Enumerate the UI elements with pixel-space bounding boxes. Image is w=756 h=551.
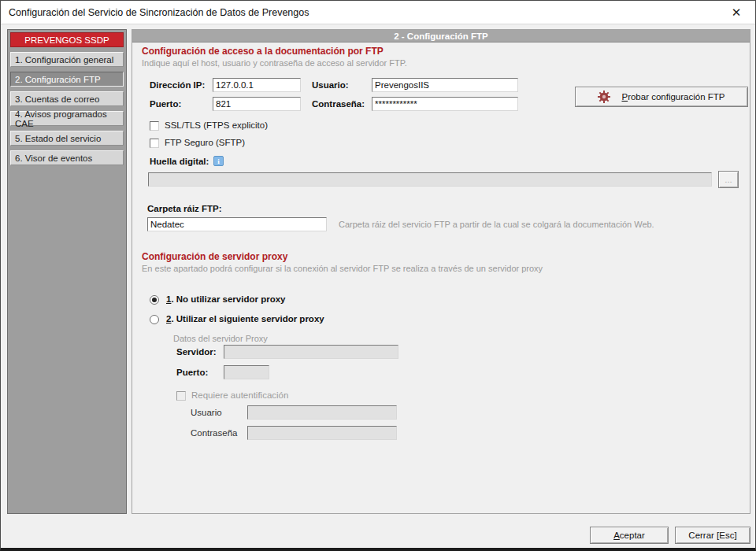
ip-input[interactable]	[213, 78, 301, 92]
main-panel: 2 - Configuración FTP Configuración de a…	[132, 29, 750, 514]
proxy-user-input	[247, 405, 397, 420]
info-icon[interactable]: i	[213, 156, 224, 166]
test-ftp-config-label: Probar configuración FTP	[621, 92, 724, 102]
ftp-section-subtitle: Indique aquí el host, usuario y contrase…	[142, 58, 407, 68]
no-proxy-radio-label: 1. No utilizar servidor proxy	[166, 294, 285, 304]
proxy-port-label: Puerto:	[176, 368, 208, 377]
port-input[interactable]	[213, 97, 301, 111]
fingerprint-input	[148, 172, 712, 187]
brand-header: PREVENGOS SSDP	[10, 32, 124, 47]
sidebar-item-configuracion-general[interactable]: 1. Configuración general	[10, 52, 124, 67]
gear-icon	[598, 91, 610, 103]
close-button[interactable]: Cerrar [Esc]	[675, 527, 750, 544]
dialog-window: Configuración del Servicio de Sincroniza…	[0, 0, 756, 551]
sidebar-item-avisos-programados[interactable]: 4. Avisos programados CAE	[10, 111, 124, 126]
accept-button-label: Aceptar	[613, 531, 645, 540]
proxy-auth-checkbox-label: Requiere autentificación	[191, 390, 288, 400]
root-folder-label: Carpeta ráiz FTP:	[147, 204, 222, 213]
proxy-server-input	[224, 345, 398, 359]
sidebar-item-cuentas-correo[interactable]: 3. Cuentas de correo	[10, 91, 124, 106]
panel-title: 2 - Configuración FTP	[132, 30, 750, 43]
proxy-section-subtitle: En este apartado podrá configurar si la …	[142, 264, 543, 273]
use-proxy-radio-label: 2. Utilizar el siguiente servidor proxy	[166, 314, 324, 324]
password-label: Contraseña:	[312, 99, 365, 109]
sftp-checkbox[interactable]	[150, 139, 159, 148]
proxy-user-label: Usuario	[191, 408, 222, 417]
user-label: Usuario:	[312, 80, 349, 90]
proxy-auth-checkbox	[176, 391, 186, 401]
proxy-port-input	[224, 365, 269, 379]
no-proxy-radio[interactable]	[150, 295, 159, 305]
window-title: Configuración del Servicio de Sincroniza…	[9, 7, 309, 18]
test-ftp-config-button[interactable]: Probar configuración FTP	[575, 87, 748, 107]
user-input[interactable]	[372, 78, 518, 92]
sftp-checkbox-label: FTP Seguro (SFTP)	[165, 138, 245, 147]
title-bar: Configuración del Servicio de Sincroniza…	[1, 1, 755, 24]
port-label: Puerto:	[150, 99, 181, 109]
sidebar-item-estado-servicio[interactable]: 5. Estado del servicio	[10, 131, 124, 146]
proxy-password-input	[247, 426, 397, 440]
proxy-group-label: Datos del servidor Proxy	[173, 334, 268, 343]
proxy-server-label: Servidor:	[176, 347, 217, 357]
ftp-section-title: Configuración de acceso a la documentaci…	[142, 46, 384, 57]
root-folder-hint: Carpeta ráiz del servicio FTP a partir d…	[339, 220, 654, 229]
browse-button: ...	[718, 171, 739, 188]
password-input[interactable]	[372, 97, 518, 111]
sidebar-item-visor-eventos[interactable]: 6. Visor de eventos	[10, 150, 124, 165]
proxy-section-title: Configuración de servidor proxy	[142, 251, 287, 262]
sidebar: PREVENGOS SSDP 1. Configuración general …	[7, 29, 127, 514]
accept-button[interactable]: Aceptar	[590, 527, 669, 544]
fingerprint-label: Huella digital:	[150, 157, 209, 166]
sidebar-item-configuracion-ftp[interactable]: 2. Configuración FTP	[10, 72, 124, 87]
proxy-password-label: Contraseña	[191, 428, 237, 438]
ip-label: Dirección IP:	[150, 80, 205, 90]
use-proxy-radio[interactable]	[150, 315, 159, 324]
root-folder-input[interactable]	[147, 217, 327, 231]
ssl-checkbox[interactable]	[150, 121, 159, 131]
close-icon[interactable]: ✕	[725, 4, 747, 21]
ssl-checkbox-label: SSL/TLS (FTPS explicito)	[165, 120, 268, 130]
